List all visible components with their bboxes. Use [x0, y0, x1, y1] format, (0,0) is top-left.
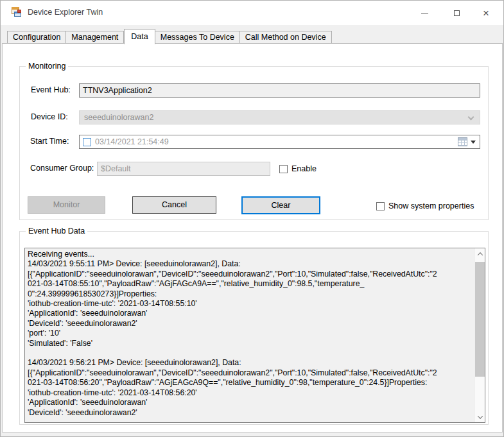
device-id-label: Device ID:	[31, 112, 68, 121]
start-time-label: Start Time:	[30, 137, 69, 146]
consumer-group-input[interactable]: $Default	[97, 162, 270, 176]
calendar-dropdown-icon[interactable]	[471, 141, 476, 144]
log-line: 'port': '10'	[28, 329, 471, 338]
log-line: 'ApplicationId': 'seeeduinolorawan'	[28, 398, 471, 407]
chevron-down-icon	[468, 114, 474, 121]
close-button[interactable]: ×	[471, 1, 501, 25]
log-line: [{"ApplicationID":"seeeduinolorawan","De…	[28, 270, 471, 279]
monitoring-group-label: Monitoring	[26, 62, 68, 71]
log-line: 021-03-14T08:56:20","PayloadRaw":"AGjEAG…	[28, 378, 471, 388]
tab-call-method-on-device[interactable]: Call Method on Device	[240, 31, 332, 44]
scroll-down-icon	[477, 413, 482, 418]
enable-checkbox[interactable]	[279, 165, 288, 173]
log-line: [{"ApplicationID":"seeeduinolorawan","De…	[28, 368, 471, 378]
scroll-down-button[interactable]	[474, 411, 485, 422]
event-hub-data-log[interactable]: Receiving events...14/03/2021 9:55:11 PM…	[24, 248, 485, 423]
vertical-scrollbar[interactable]	[474, 248, 485, 422]
tab-management[interactable]: Management	[66, 31, 124, 44]
minimize-button[interactable]	[410, 1, 439, 25]
cancel-button[interactable]: Cancel	[132, 196, 216, 214]
log-line: 'iothub-creation-time-utc': '2021-03-14T…	[28, 388, 471, 398]
consumer-group-label: Consumer Group:	[30, 164, 94, 173]
tab-data[interactable]: Data	[124, 29, 155, 44]
device-id-combobox[interactable]: seeeduinolorawan2	[79, 110, 480, 124]
log-line: 'DeviceId': 'seeeduinolorawan2'	[28, 319, 471, 329]
data-tab-page: Monitoring Event Hub: TTNV3Application2 …	[2, 43, 503, 433]
show-system-properties-row: Show system properties	[376, 201, 474, 210]
event-hub-data-group-label: Event Hub Data	[26, 227, 87, 236]
event-hub-label: Event Hub:	[31, 85, 71, 94]
log-line	[28, 348, 471, 358]
scrollbar-thumb[interactable]	[475, 262, 485, 377]
event-hub-data-groupbox: Event Hub Data Receiving events...14/03/…	[19, 231, 489, 425]
start-time-value: 03/14/2021 21:54:49	[95, 135, 169, 148]
window-title: Device Explorer Twin	[28, 8, 103, 17]
log-line: 0":24.399999618530273}]Properties:	[28, 289, 471, 299]
device-id-value: seeeduinolorawan2	[84, 113, 153, 122]
device-explorer-window: Device Explorer Twin × Configuration Man…	[0, 0, 504, 437]
app-icon	[12, 7, 22, 17]
scroll-up-icon	[477, 252, 482, 257]
close-icon: ×	[483, 8, 489, 19]
log-line: 'Simulated': 'False'	[28, 339, 471, 348]
log-line: 14/03/2021 9:55:11 PM> Device: [seeeduin…	[28, 259, 471, 269]
scroll-up-button[interactable]	[474, 248, 485, 259]
enable-checkbox-label: Enable	[291, 164, 317, 173]
show-system-properties-label: Show system properties	[388, 201, 474, 210]
log-line: 'DeviceId': 'seeeduinolorawan2'	[28, 408, 471, 418]
tab-messages-to-device[interactable]: Messages To Device	[155, 31, 240, 44]
tab-configuration[interactable]: Configuration	[7, 31, 66, 44]
log-line: 021-03-14T08:55:10","PayloadRaw":"AGjFAG…	[28, 279, 471, 289]
log-line: 'iothub-creation-time-utc': '2021-03-14T…	[28, 299, 471, 309]
minimize-icon	[421, 13, 428, 13]
start-time-checkbox[interactable]	[83, 138, 91, 146]
clear-button[interactable]: Clear	[241, 196, 320, 214]
log-line: Receiving events...	[28, 250, 471, 259]
title-bar: Device Explorer Twin ×	[1, 1, 503, 25]
log-lines: Receiving events...14/03/2021 9:55:11 PM…	[28, 250, 471, 418]
log-line: 'ApplicationId': 'seeeduinolorawan'	[28, 309, 471, 318]
maximize-icon	[454, 10, 460, 16]
start-time-picker[interactable]: 03/14/2021 21:54:49	[79, 135, 480, 149]
tab-strip: Configuration Management Data Messages T…	[7, 29, 332, 44]
calendar-icon[interactable]	[458, 137, 467, 146]
enable-checkbox-row: Enable	[279, 164, 317, 173]
maximize-button[interactable]	[442, 1, 471, 25]
show-system-properties-checkbox[interactable]	[376, 202, 385, 210]
event-hub-input[interactable]: TTNV3Application2	[79, 83, 480, 98]
log-line: 14/03/2021 9:56:21 PM> Device: [seeeduin…	[28, 358, 471, 368]
monitor-button[interactable]: Monitor	[28, 196, 105, 214]
monitoring-groupbox: Monitoring Event Hub: TTNV3Application2 …	[19, 66, 489, 220]
